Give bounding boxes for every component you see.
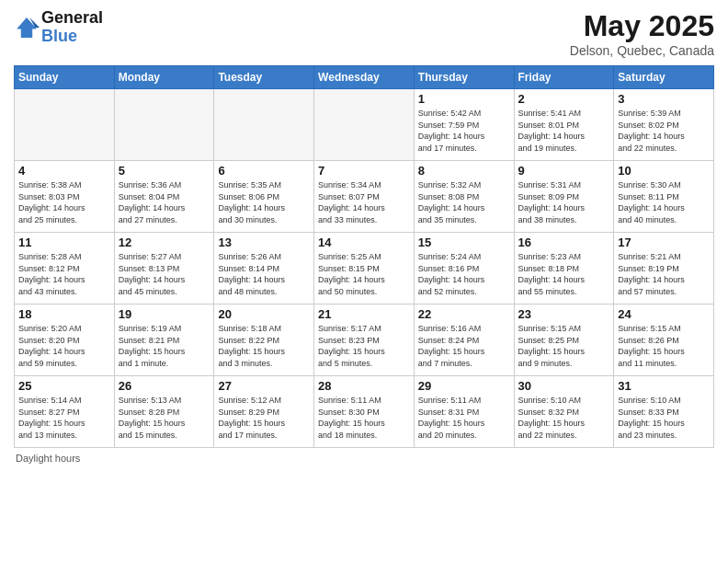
- day-info: Sunrise: 5:15 AM Sunset: 8:25 PM Dayligh…: [518, 323, 610, 369]
- footer: Daylight hours: [14, 453, 714, 464]
- day-info: Sunrise: 5:41 AM Sunset: 8:01 PM Dayligh…: [518, 108, 610, 154]
- month-title: May 2025: [570, 9, 714, 43]
- calendar-cell: [214, 89, 314, 161]
- logo: General Blue: [14, 9, 103, 46]
- day-number: 23: [518, 307, 610, 321]
- day-number: 17: [618, 236, 710, 249]
- day-info: Sunrise: 5:32 AM Sunset: 8:08 PM Dayligh…: [418, 179, 510, 225]
- day-info: Sunrise: 5:17 AM Sunset: 8:23 PM Dayligh…: [318, 323, 410, 369]
- day-number: 9: [518, 164, 610, 178]
- calendar-cell: [15, 89, 115, 161]
- day-info: Sunrise: 5:21 AM Sunset: 8:19 PM Dayligh…: [618, 251, 710, 297]
- day-info: Sunrise: 5:36 AM Sunset: 8:04 PM Dayligh…: [119, 179, 210, 225]
- day-number: 6: [218, 164, 310, 178]
- calendar-cell: 28Sunrise: 5:11 AM Sunset: 8:30 PM Dayli…: [314, 376, 415, 448]
- day-info: Sunrise: 5:31 AM Sunset: 8:09 PM Dayligh…: [518, 179, 610, 225]
- calendar-week-5: 25Sunrise: 5:14 AM Sunset: 8:27 PM Dayli…: [15, 376, 714, 448]
- calendar-cell: 10Sunrise: 5:30 AM Sunset: 8:11 PM Dayli…: [614, 161, 714, 233]
- calendar-cell: 29Sunrise: 5:11 AM Sunset: 8:31 PM Dayli…: [414, 376, 514, 448]
- day-number: 7: [318, 164, 410, 178]
- day-number: 24: [618, 307, 710, 321]
- day-info: Sunrise: 5:14 AM Sunset: 8:27 PM Dayligh…: [18, 395, 110, 441]
- weekday-header-sunday: Sunday: [15, 66, 115, 89]
- day-info: Sunrise: 5:11 AM Sunset: 8:30 PM Dayligh…: [318, 395, 410, 441]
- calendar-cell: 6Sunrise: 5:35 AM Sunset: 8:06 PM Daylig…: [214, 161, 314, 233]
- calendar-week-1: 1Sunrise: 5:42 AM Sunset: 7:59 PM Daylig…: [15, 89, 714, 161]
- day-info: Sunrise: 5:38 AM Sunset: 8:03 PM Dayligh…: [18, 179, 110, 225]
- logo-text: General Blue: [41, 9, 103, 46]
- calendar-cell: 12Sunrise: 5:27 AM Sunset: 8:13 PM Dayli…: [114, 233, 214, 304]
- day-number: 13: [218, 236, 310, 249]
- day-info: Sunrise: 5:10 AM Sunset: 8:33 PM Dayligh…: [618, 395, 710, 441]
- calendar-cell: [114, 89, 214, 161]
- day-info: Sunrise: 5:24 AM Sunset: 8:16 PM Dayligh…: [418, 251, 510, 297]
- calendar-cell: 24Sunrise: 5:15 AM Sunset: 8:26 PM Dayli…: [614, 304, 714, 376]
- calendar-cell: 16Sunrise: 5:23 AM Sunset: 8:18 PM Dayli…: [514, 233, 614, 304]
- weekday-header-thursday: Thursday: [414, 66, 514, 89]
- day-number: 14: [318, 236, 410, 249]
- location: Delson, Quebec, Canada: [570, 43, 714, 58]
- day-info: Sunrise: 5:28 AM Sunset: 8:12 PM Dayligh…: [18, 251, 110, 297]
- day-number: 28: [318, 379, 410, 393]
- calendar-cell: 19Sunrise: 5:19 AM Sunset: 8:21 PM Dayli…: [114, 304, 214, 376]
- calendar-week-4: 18Sunrise: 5:20 AM Sunset: 8:20 PM Dayli…: [15, 304, 714, 376]
- day-number: 26: [119, 379, 210, 393]
- day-number: 2: [518, 92, 610, 106]
- day-number: 15: [418, 236, 510, 249]
- calendar-cell: 3Sunrise: 5:39 AM Sunset: 8:02 PM Daylig…: [614, 89, 714, 161]
- page-container: General Blue May 2025 Delson, Quebec, Ca…: [0, 0, 728, 473]
- calendar-cell: 2Sunrise: 5:41 AM Sunset: 8:01 PM Daylig…: [514, 89, 614, 161]
- daylight-label: Daylight hours: [16, 453, 80, 464]
- calendar-cell: 7Sunrise: 5:34 AM Sunset: 8:07 PM Daylig…: [314, 161, 415, 233]
- day-number: 22: [418, 307, 510, 321]
- day-number: 11: [18, 236, 110, 249]
- calendar-cell: 13Sunrise: 5:26 AM Sunset: 8:14 PM Dayli…: [214, 233, 314, 304]
- weekday-header-saturday: Saturday: [614, 66, 714, 89]
- day-number: 29: [418, 379, 510, 393]
- day-info: Sunrise: 5:35 AM Sunset: 8:06 PM Dayligh…: [218, 179, 310, 225]
- calendar-cell: 4Sunrise: 5:38 AM Sunset: 8:03 PM Daylig…: [15, 161, 115, 233]
- day-number: 31: [618, 379, 710, 393]
- calendar-week-3: 11Sunrise: 5:28 AM Sunset: 8:12 PM Dayli…: [15, 233, 714, 304]
- calendar-cell: 31Sunrise: 5:10 AM Sunset: 8:33 PM Dayli…: [614, 376, 714, 448]
- day-info: Sunrise: 5:25 AM Sunset: 8:15 PM Dayligh…: [318, 251, 410, 297]
- day-info: Sunrise: 5:12 AM Sunset: 8:29 PM Dayligh…: [218, 395, 310, 441]
- calendar-cell: 8Sunrise: 5:32 AM Sunset: 8:08 PM Daylig…: [414, 161, 514, 233]
- weekday-header-tuesday: Tuesday: [214, 66, 314, 89]
- calendar-cell: 25Sunrise: 5:14 AM Sunset: 8:27 PM Dayli…: [15, 376, 115, 448]
- calendar-cell: 23Sunrise: 5:15 AM Sunset: 8:25 PM Dayli…: [514, 304, 614, 376]
- calendar-cell: 11Sunrise: 5:28 AM Sunset: 8:12 PM Dayli…: [15, 233, 115, 304]
- calendar-cell: 20Sunrise: 5:18 AM Sunset: 8:22 PM Dayli…: [214, 304, 314, 376]
- day-number: 19: [119, 307, 210, 321]
- day-info: Sunrise: 5:18 AM Sunset: 8:22 PM Dayligh…: [218, 323, 310, 369]
- calendar-cell: 9Sunrise: 5:31 AM Sunset: 8:09 PM Daylig…: [514, 161, 614, 233]
- day-info: Sunrise: 5:30 AM Sunset: 8:11 PM Dayligh…: [618, 179, 710, 225]
- day-info: Sunrise: 5:39 AM Sunset: 8:02 PM Dayligh…: [618, 108, 710, 154]
- day-info: Sunrise: 5:10 AM Sunset: 8:32 PM Dayligh…: [518, 395, 610, 441]
- day-info: Sunrise: 5:13 AM Sunset: 8:28 PM Dayligh…: [119, 395, 210, 441]
- weekday-header-row: SundayMondayTuesdayWednesdayThursdayFrid…: [15, 66, 714, 89]
- day-number: 12: [119, 236, 210, 249]
- day-number: 1: [418, 92, 510, 106]
- calendar-cell: 15Sunrise: 5:24 AM Sunset: 8:16 PM Dayli…: [414, 233, 514, 304]
- calendar-cell: 17Sunrise: 5:21 AM Sunset: 8:19 PM Dayli…: [614, 233, 714, 304]
- day-info: Sunrise: 5:34 AM Sunset: 8:07 PM Dayligh…: [318, 179, 410, 225]
- calendar-cell: [314, 89, 415, 161]
- day-info: Sunrise: 5:42 AM Sunset: 7:59 PM Dayligh…: [418, 108, 510, 154]
- day-number: 4: [18, 164, 110, 178]
- calendar-cell: 26Sunrise: 5:13 AM Sunset: 8:28 PM Dayli…: [114, 376, 214, 448]
- day-info: Sunrise: 5:23 AM Sunset: 8:18 PM Dayligh…: [518, 251, 610, 297]
- weekday-header-wednesday: Wednesday: [314, 66, 415, 89]
- calendar-table: SundayMondayTuesdayWednesdayThursdayFrid…: [14, 65, 714, 448]
- day-info: Sunrise: 5:19 AM Sunset: 8:21 PM Dayligh…: [119, 323, 210, 369]
- calendar-cell: 30Sunrise: 5:10 AM Sunset: 8:32 PM Dayli…: [514, 376, 614, 448]
- calendar-cell: 18Sunrise: 5:20 AM Sunset: 8:20 PM Dayli…: [15, 304, 115, 376]
- day-number: 5: [119, 164, 210, 178]
- calendar-cell: 27Sunrise: 5:12 AM Sunset: 8:29 PM Dayli…: [214, 376, 314, 448]
- day-info: Sunrise: 5:27 AM Sunset: 8:13 PM Dayligh…: [119, 251, 210, 297]
- day-number: 30: [518, 379, 610, 393]
- day-info: Sunrise: 5:11 AM Sunset: 8:31 PM Dayligh…: [418, 395, 510, 441]
- weekday-header-monday: Monday: [114, 66, 214, 89]
- title-section: May 2025 Delson, Quebec, Canada: [570, 9, 714, 58]
- calendar-week-2: 4Sunrise: 5:38 AM Sunset: 8:03 PM Daylig…: [15, 161, 714, 233]
